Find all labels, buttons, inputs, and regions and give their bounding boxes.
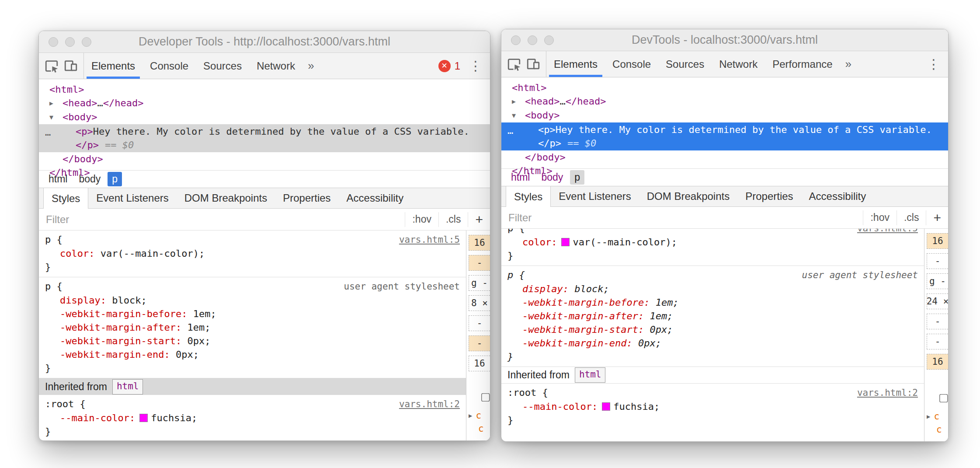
computed-pane-checkbox[interactable] bbox=[930, 394, 949, 403]
color-swatch-icon[interactable] bbox=[139, 414, 148, 422]
overflow-dots-icon[interactable]: … bbox=[45, 126, 52, 139]
dom-node-p-selected[interactable]: … <p>Hey there. My color is determined b… bbox=[39, 124, 490, 152]
dom-node-body-close[interactable]: </body> bbox=[501, 150, 948, 164]
css-declaration[interactable]: --main-color:fuchsia; bbox=[501, 400, 924, 413]
dom-p-open-line[interactable]: <p>Hey there. My color is determined by … bbox=[39, 125, 490, 138]
css-declaration[interactable]: -webkit-margin-end: 0px; bbox=[39, 348, 466, 361]
css-declaration[interactable]: -webkit-margin-before: 1em; bbox=[39, 307, 466, 321]
css-declaration[interactable]: -webkit-margin-after: 1em; bbox=[501, 309, 924, 323]
toggle-hover-state-button[interactable]: :hov bbox=[405, 212, 438, 227]
tab-styles[interactable]: Styles bbox=[43, 188, 88, 209]
minimize-button[interactable] bbox=[65, 37, 75, 47]
collapse-arrow-icon[interactable]: ▼ bbox=[512, 109, 525, 122]
tab-network[interactable]: Network bbox=[712, 51, 765, 77]
css-declaration[interactable]: -webkit-margin-end: 0px; bbox=[501, 336, 924, 350]
stylesheet-source-link[interactable]: vars.html:2 bbox=[399, 398, 460, 411]
computed-property-partial[interactable]: ▶c bbox=[927, 410, 948, 423]
computed-property-partial[interactable]: c bbox=[927, 423, 948, 436]
tab-properties[interactable]: Properties bbox=[737, 186, 801, 206]
rule-selector[interactable]: :root { bbox=[45, 397, 86, 411]
computed-pane-checkbox[interactable] bbox=[472, 393, 490, 402]
expand-arrow-icon[interactable]: ▶ bbox=[49, 97, 63, 110]
styles-filter-input[interactable] bbox=[501, 212, 863, 224]
new-style-rule-button[interactable]: + bbox=[468, 212, 490, 227]
more-tabs-chevron[interactable]: » bbox=[302, 53, 319, 79]
tab-console[interactable]: Console bbox=[142, 53, 196, 79]
css-declaration[interactable]: display: block; bbox=[39, 293, 466, 307]
tab-accessibility[interactable]: Accessibility bbox=[801, 186, 874, 206]
css-declaration[interactable]: -webkit-margin-before: 1em; bbox=[501, 296, 924, 309]
dom-node-body-open[interactable]: ▼<body> bbox=[39, 110, 490, 124]
css-declaration[interactable]: display: block; bbox=[501, 282, 924, 296]
tab-console[interactable]: Console bbox=[605, 51, 658, 77]
dom-node-html-open[interactable]: <html> bbox=[501, 81, 948, 94]
zoom-button[interactable] bbox=[82, 37, 91, 47]
device-toolbar-icon[interactable] bbox=[526, 57, 541, 72]
new-style-rule-button[interactable]: + bbox=[926, 210, 948, 225]
dom-node-body-close[interactable]: </body> bbox=[39, 152, 490, 166]
color-swatch-icon[interactable] bbox=[602, 402, 610, 411]
kebab-menu-icon[interactable]: ⋮ bbox=[469, 59, 482, 73]
error-badge[interactable]: ✕ 1 bbox=[438, 60, 460, 72]
styles-pane[interactable]: p {vars.html:5 color:var(--main-color); … bbox=[501, 229, 924, 441]
dom-node-head[interactable]: ▶<head>…</head> bbox=[501, 94, 948, 108]
zoom-button[interactable] bbox=[544, 35, 554, 45]
close-button[interactable] bbox=[511, 35, 521, 45]
kebab-menu-icon[interactable]: ⋮ bbox=[927, 58, 940, 71]
minimize-button[interactable] bbox=[528, 35, 537, 45]
inspect-element-icon[interactable] bbox=[507, 57, 521, 72]
rule-selector[interactable]: :root { bbox=[507, 386, 548, 399]
css-declaration[interactable]: --main-color:fuchsia; bbox=[39, 411, 466, 425]
rule-selector[interactable]: p { bbox=[45, 279, 63, 293]
device-toolbar-icon[interactable] bbox=[63, 59, 78, 73]
tab-dom-breakpoints[interactable]: DOM Breakpoints bbox=[177, 188, 275, 208]
inherited-from-node-chip[interactable]: html bbox=[575, 367, 606, 383]
dom-p-close-line[interactable]: </p>== $0 bbox=[39, 138, 490, 152]
dom-node-head[interactable]: ▶<head>…</head> bbox=[39, 96, 490, 110]
dom-node-body-open[interactable]: ▼<body> bbox=[501, 108, 948, 122]
stylesheet-source-link[interactable]: vars.html:5 bbox=[399, 233, 460, 247]
tab-sources[interactable]: Sources bbox=[196, 53, 249, 79]
tab-elements[interactable]: Elements bbox=[546, 51, 605, 77]
stylesheet-source-link[interactable]: vars.html:2 bbox=[857, 386, 918, 400]
computed-property-partial[interactable]: c bbox=[469, 422, 490, 435]
overflow-dots-icon[interactable]: … bbox=[507, 124, 514, 137]
expand-arrow-icon[interactable]: ▶ bbox=[469, 412, 472, 419]
inherited-from-node-chip[interactable]: html bbox=[112, 379, 143, 395]
expand-arrow-icon[interactable]: ▶ bbox=[927, 413, 930, 420]
titlebar[interactable]: DevTools - localhost:3000/vars.html bbox=[501, 29, 948, 51]
tab-properties[interactable]: Properties bbox=[275, 188, 338, 208]
tab-event-listeners[interactable]: Event Listeners bbox=[551, 186, 639, 206]
tab-dom-breakpoints[interactable]: DOM Breakpoints bbox=[639, 186, 737, 206]
computed-property-partial[interactable]: ▶c bbox=[469, 409, 490, 422]
dom-node-html-close[interactable]: </html> bbox=[39, 166, 490, 179]
rule-selector[interactable]: p { bbox=[45, 233, 63, 246]
stylesheet-source-link[interactable]: vars.html:5 bbox=[857, 229, 918, 235]
tab-elements[interactable]: Elements bbox=[84, 53, 142, 79]
toggle-class-button[interactable]: .cls bbox=[897, 210, 926, 225]
toggle-class-button[interactable]: .cls bbox=[438, 212, 468, 227]
css-declaration[interactable]: -webkit-margin-after: 1em; bbox=[39, 321, 466, 334]
close-button[interactable] bbox=[49, 37, 58, 47]
tab-event-listeners[interactable]: Event Listeners bbox=[88, 188, 176, 208]
dom-p-open-line[interactable]: <p>Hey there. My color is determined by … bbox=[501, 123, 948, 136]
collapse-arrow-icon[interactable]: ▼ bbox=[49, 111, 63, 124]
css-declaration[interactable]: color:var(--main-color); bbox=[501, 235, 924, 249]
color-swatch-icon[interactable] bbox=[561, 238, 570, 246]
tab-network[interactable]: Network bbox=[249, 53, 302, 79]
css-declaration[interactable]: -webkit-margin-start: 0px; bbox=[501, 323, 924, 336]
dom-node-p-selected[interactable]: … <p>Hey there. My color is determined b… bbox=[501, 122, 948, 150]
dom-node-html-close[interactable]: </html> bbox=[501, 164, 948, 178]
titlebar[interactable]: Developer Tools - http://localhost:3000/… bbox=[39, 31, 490, 53]
styles-pane[interactable]: p {vars.html:5 color: var(--main-color);… bbox=[39, 231, 466, 440]
tab-accessibility[interactable]: Accessibility bbox=[339, 188, 412, 208]
styles-filter-input[interactable] bbox=[39, 213, 405, 226]
inspect-element-icon[interactable] bbox=[44, 59, 59, 73]
css-declaration[interactable]: -webkit-margin-start: 0px; bbox=[39, 334, 466, 348]
more-tabs-chevron[interactable]: » bbox=[840, 51, 857, 77]
tab-performance[interactable]: Performance bbox=[765, 51, 840, 77]
tab-sources[interactable]: Sources bbox=[658, 51, 712, 77]
rule-selector[interactable]: p { bbox=[507, 229, 525, 235]
dom-node-html-open[interactable]: <html> bbox=[39, 83, 490, 96]
expand-arrow-icon[interactable]: ▶ bbox=[512, 95, 525, 108]
